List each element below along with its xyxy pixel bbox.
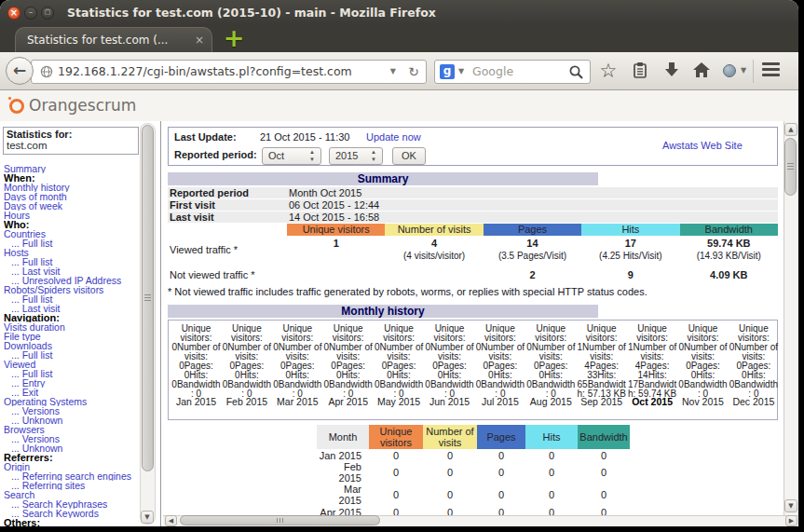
summary-row-reported-period: Reported periodMonth Oct 2015	[168, 187, 778, 198]
sidebar-item-search-keyphrases[interactable]: ... Search Keyphrases	[4, 499, 142, 509]
sidebar-item-referring-search-engines[interactable]: ... Referring search engines	[4, 471, 142, 481]
sidebar-item-unknown[interactable]: ... Unknown	[4, 416, 142, 425]
search-go-icon[interactable]	[568, 64, 584, 80]
sidebar-item-visits-duration[interactable]: Visits duration	[4, 322, 142, 332]
new-tab-button[interactable]: +	[222, 27, 246, 51]
sidebar-item-monthly-history[interactable]: Monthly history	[4, 183, 142, 192]
year-spinner-icon[interactable]: ▲▼	[368, 148, 379, 164]
sidebar-item-robots-spiders-visitors[interactable]: Robots/Spiders visitors	[4, 285, 142, 294]
search-engine-dropdown-icon[interactable]: ▼	[458, 61, 464, 83]
bookmark-star-icon[interactable]: ☆	[598, 61, 619, 81]
sidebar-item-full-list[interactable]: ... Full list	[4, 294, 142, 304]
menu-hamburger-icon[interactable]	[762, 62, 783, 83]
site-identity-globe-icon	[40, 65, 53, 78]
tab-statistics[interactable]: Statistics for test.com (... ×	[15, 27, 212, 52]
main-scroll-right-button[interactable]: ▶	[785, 515, 797, 526]
main-scrollbar-thumb[interactable]	[784, 138, 797, 196]
sidebar-item-last-visit[interactable]: ... Last visit	[4, 304, 142, 313]
monthly-table-header-hits: Hits	[525, 425, 578, 449]
toolbar-separator	[753, 60, 754, 83]
close-button[interactable]: ×	[7, 7, 20, 20]
value-cell: 0	[525, 484, 578, 506]
sidebar-item-hosts[interactable]: Hosts	[4, 248, 142, 257]
reload-icon[interactable]: ↻	[408, 61, 419, 83]
monthly-bar-label-apr-2015: Apr 2015	[323, 397, 373, 407]
downloads-icon[interactable]	[661, 61, 682, 81]
sidebar-item-countries[interactable]: Countries	[4, 229, 142, 239]
viewed-cell-pages: 14(3.5 Pages/Visit)	[484, 236, 581, 261]
main-scroll-down-button[interactable]: ▼	[784, 499, 797, 512]
viewed-traffic-label: Viewed traffic *	[170, 236, 238, 265]
sidebar-item-unknown[interactable]: ... Unknown	[4, 443, 142, 453]
sidebar-item-versions[interactable]: ... Versions	[4, 434, 142, 443]
viewed-traffic-row: Viewed traffic * 14(4 visits/visitor)14(…	[168, 236, 778, 265]
minimize-button[interactable]: –	[24, 7, 37, 20]
sidebar-item-full-list[interactable]: ... Full list	[4, 239, 142, 248]
sidebar-item-search-keywords[interactable]: ... Search Keywords	[4, 509, 142, 518]
extension-icon[interactable]	[723, 64, 736, 77]
reported-period-label: Reported period:	[174, 149, 257, 160]
month-select[interactable]: Oct▲▼	[262, 147, 321, 165]
bookmarks-menu-icon[interactable]	[630, 61, 650, 81]
extension-dropdown-icon[interactable]: ▼	[738, 61, 749, 81]
url-bar[interactable]: 192.168.1.227/cgi-bin/awstats.pl?config=…	[31, 60, 427, 84]
sidebar-item-referring-sites[interactable]: ... Referring sites	[4, 481, 142, 490]
monthly-bar-alt-jan-2015: Unique visitors: 0Number of visits: 0Pag…	[171, 324, 221, 399]
sidebar-item-unresolved-ip-address[interactable]: ... Unresolved IP Address	[4, 276, 142, 285]
month-spinner-icon[interactable]: ▲▼	[307, 148, 318, 164]
sidebar-item-origin[interactable]: Origin	[4, 462, 142, 471]
tab-close-icon[interactable]: ×	[195, 28, 204, 52]
awstats-website-link[interactable]: Awstats Web Site	[662, 140, 743, 151]
sidebar-item-full-list[interactable]: ... Full list	[4, 350, 142, 360]
monthly-bar-alt-nov-2015: Unique visitors: 0Number of visits: 0Pag…	[678, 324, 728, 399]
value-cell: 0	[578, 484, 630, 506]
sidebar-item-viewed[interactable]: Viewed	[4, 360, 142, 369]
sidebar-item-summary[interactable]: Summary	[4, 164, 142, 173]
monthly-bar-label-jan-2015: Jan 2015	[171, 397, 221, 407]
monthly-bar-alt-aug-2015: Unique visitors: 0Number of visits: 0Pag…	[526, 324, 576, 399]
last-update-label: Last Update:	[174, 131, 237, 143]
sidebar-item-browsers[interactable]: Browsers	[4, 425, 142, 434]
sidebar-item-search[interactable]: Search	[4, 490, 142, 499]
back-button[interactable]: ←	[6, 57, 34, 85]
search-bar[interactable]: g ▼ Google	[434, 60, 591, 84]
value-cell: 0	[369, 449, 423, 461]
month-cell: Feb 2015	[317, 461, 369, 484]
value-cell: 0	[477, 449, 525, 461]
sidebar-item-downloads[interactable]: Downloads	[4, 341, 142, 350]
sidebar-item-entry[interactable]: ... Entry	[4, 378, 142, 388]
sidebar-item-operating-systems[interactable]: Operating Systems	[4, 397, 142, 406]
monthly-bar-label-dec-2015: Dec 2015	[729, 397, 778, 407]
main-scrollbar-horizontal-thumb[interactable]	[180, 515, 380, 525]
update-now-link[interactable]: Update now	[366, 131, 421, 143]
not-viewed-cell-hits: 9	[581, 269, 679, 281]
sidebar-item-hours[interactable]: Hours	[4, 211, 142, 220]
sidebar-scroll-down-button[interactable]: ▼	[141, 511, 154, 524]
summary-row-first-visit: First visit06 Oct 2015 - 12:44	[168, 199, 778, 211]
maximize-button[interactable]: ▢	[41, 7, 54, 20]
ok-button[interactable]: OK	[392, 147, 426, 165]
monthly-history-title: Monthly history	[168, 305, 598, 318]
summary-row-label: Reported period	[170, 187, 249, 198]
sidebar-item-full-list[interactable]: ... Full list	[4, 257, 142, 266]
search-input[interactable]: Google	[472, 61, 513, 83]
home-icon[interactable]	[691, 61, 712, 81]
url-dropdown-icon[interactable]: ▼	[390, 61, 396, 83]
sidebar-scrollbar-thumb[interactable]	[142, 125, 154, 471]
main-scroll-up-button[interactable]: ▲	[784, 123, 797, 136]
value-cell: 0	[578, 506, 630, 515]
sidebar-item-full-list[interactable]: ... Full list	[4, 369, 142, 378]
url-text[interactable]: 192.168.1.227/cgi-bin/awstats.pl?config=…	[58, 61, 352, 83]
sidebar-item-exit[interactable]: ... Exit	[4, 388, 142, 397]
statistics-for-label: Statistics for:	[7, 129, 135, 140]
main-scroll-left-button[interactable]: ◀	[165, 515, 177, 526]
sidebar-item-last-visit[interactable]: ... Last visit	[4, 266, 142, 276]
monthly-bar-alt-feb-2015: Unique visitors: 0Number of visits: 0Pag…	[222, 324, 271, 399]
sidebar-item-days-of-week[interactable]: Days of week	[4, 201, 142, 211]
sidebar-item-versions[interactable]: ... Versions	[4, 406, 142, 416]
sidebar-item-days-of-month[interactable]: Days of month	[4, 192, 142, 201]
search-engine-icon[interactable]: g	[440, 64, 455, 79]
year-select[interactable]: 2015▲▼	[329, 147, 383, 165]
sidebar-item-file-type[interactable]: File type	[4, 332, 142, 341]
viewed-cell-hits: 17(4.25 Hits/Visit)	[581, 236, 679, 261]
